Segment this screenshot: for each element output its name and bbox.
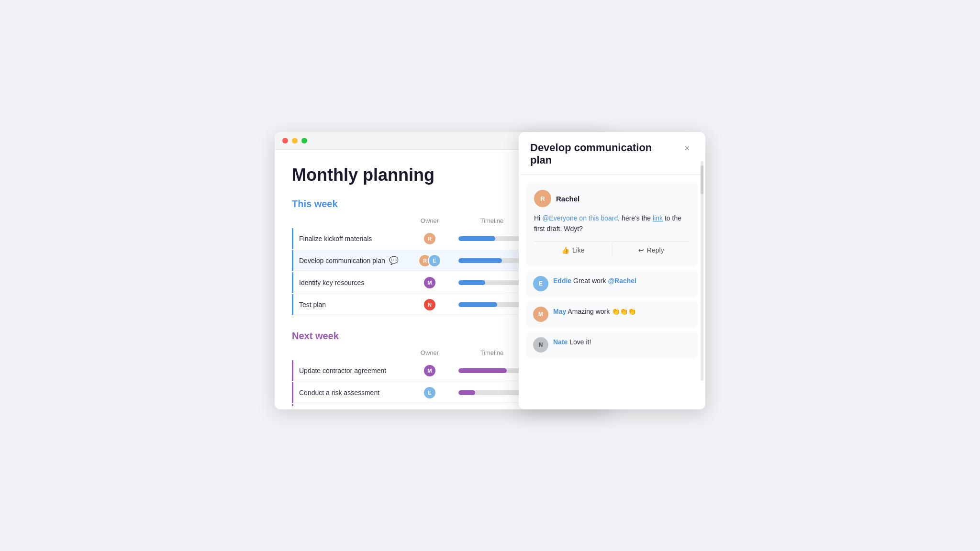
- reply-avatar: N: [533, 337, 548, 353]
- reply-avatar: E: [533, 276, 548, 291]
- task-name: Monitor budget: [293, 406, 411, 407]
- close-button[interactable]: ×: [680, 142, 694, 155]
- reply-author-name: Nate: [553, 338, 568, 346]
- task-name: Conduct a risk assessment: [293, 384, 411, 401]
- reply-body: Love it!: [569, 338, 591, 346]
- col-owner-header: Owner: [411, 217, 449, 224]
- avatar: M: [423, 276, 436, 289]
- col-task-header: [298, 217, 411, 224]
- bar-track: [458, 258, 525, 263]
- task-name: Test plan: [293, 296, 411, 313]
- reply-icon: ↩: [638, 246, 644, 254]
- panel-title: Develop communication plan: [530, 142, 680, 166]
- bar-fill: [458, 390, 475, 395]
- comment-body: Hi @Everyone on this board, here's the l…: [534, 213, 690, 234]
- task-owner: M: [411, 364, 449, 377]
- scrollbar-track[interactable]: [701, 161, 703, 381]
- side-panel: Develop communication plan × R Rachel Hi…: [519, 132, 705, 409]
- reply-author-name: May: [553, 308, 566, 315]
- comment-author-row: R Rachel: [534, 190, 690, 207]
- bar-fill: [458, 280, 485, 285]
- task-owner: N: [411, 298, 449, 311]
- panel-scrollable[interactable]: R Rachel Hi @Everyone on this board, her…: [519, 175, 705, 409]
- bar-fill: [458, 302, 497, 307]
- main-comment-card: R Rachel Hi @Everyone on this board, her…: [526, 182, 698, 266]
- avatar: R: [423, 232, 436, 245]
- comment-text-middle: , here's the: [618, 214, 653, 222]
- reply-body: Great work: [573, 277, 608, 285]
- avatar: M: [423, 364, 436, 377]
- like-icon: 👍: [561, 246, 569, 254]
- reply-body: Amazing work 👏👏👏: [568, 308, 636, 315]
- avatar-group: R E: [418, 254, 441, 267]
- reply-text: Eddie Great work @Rachel: [553, 276, 636, 286]
- comment-author-name: Rachel: [556, 195, 579, 203]
- avatar: E: [428, 254, 441, 267]
- traffic-light-green[interactable]: [301, 138, 307, 143]
- list-item: E Eddie Great work @Rachel: [526, 270, 698, 297]
- scrollbar-thumb[interactable]: [701, 165, 703, 194]
- task-owner: E: [411, 386, 449, 399]
- avatar: N: [423, 298, 436, 311]
- task-name: Update contractor agreement: [293, 362, 411, 379]
- bar-fill: [458, 368, 507, 373]
- bar-track: [458, 236, 525, 241]
- like-button[interactable]: 👍 Like: [534, 242, 612, 259]
- bar-fill: [458, 258, 502, 263]
- reply-text: Nate Love it!: [553, 337, 591, 347]
- like-label: Like: [572, 246, 585, 254]
- bar-track: [458, 368, 525, 373]
- bar-track: [458, 390, 525, 395]
- comment-link[interactable]: link: [653, 214, 663, 222]
- reply-avatar: M: [533, 307, 548, 322]
- reply-list: E Eddie Great work @Rachel M May Amazing…: [519, 270, 705, 370]
- comment-author-avatar: R: [534, 190, 551, 207]
- screen-wrapper: Monthly planning This week Owner Timelin…: [275, 132, 705, 419]
- task-name: Identify key resources: [293, 274, 411, 291]
- list-item: N Nate Love it!: [526, 331, 698, 358]
- task-owner: R: [411, 232, 449, 245]
- bar-fill: [458, 236, 495, 241]
- panel-header: Develop communication plan ×: [519, 132, 705, 175]
- comment-icon: 💬: [389, 256, 399, 265]
- avatar: E: [423, 386, 436, 399]
- reply-author-name: Eddie: [553, 277, 571, 285]
- reply-text: May Amazing work 👏👏👏: [553, 307, 636, 317]
- bar-track: [458, 280, 525, 285]
- col-owner-header: Owner: [411, 349, 449, 356]
- comment-actions: 👍 Like ↩ Reply: [534, 241, 690, 259]
- bar-track: [458, 302, 525, 307]
- task-name: Develop communication plan 💬: [293, 251, 411, 270]
- traffic-light-yellow[interactable]: [292, 138, 298, 143]
- reply-mention: @Rachel: [608, 277, 636, 285]
- task-name: Finalize kickoff materials: [293, 230, 411, 247]
- comment-text-prefix: Hi: [534, 214, 542, 222]
- traffic-light-red[interactable]: [282, 138, 288, 143]
- reply-button[interactable]: ↩ Reply: [612, 242, 690, 259]
- list-item: M May Amazing work 👏👏👏: [526, 301, 698, 328]
- task-owner: M: [411, 276, 449, 289]
- reply-label: Reply: [647, 246, 664, 254]
- col-task-header: [298, 349, 411, 356]
- comment-mention[interactable]: @Everyone on this board: [542, 214, 618, 222]
- task-owner: R E: [411, 254, 449, 267]
